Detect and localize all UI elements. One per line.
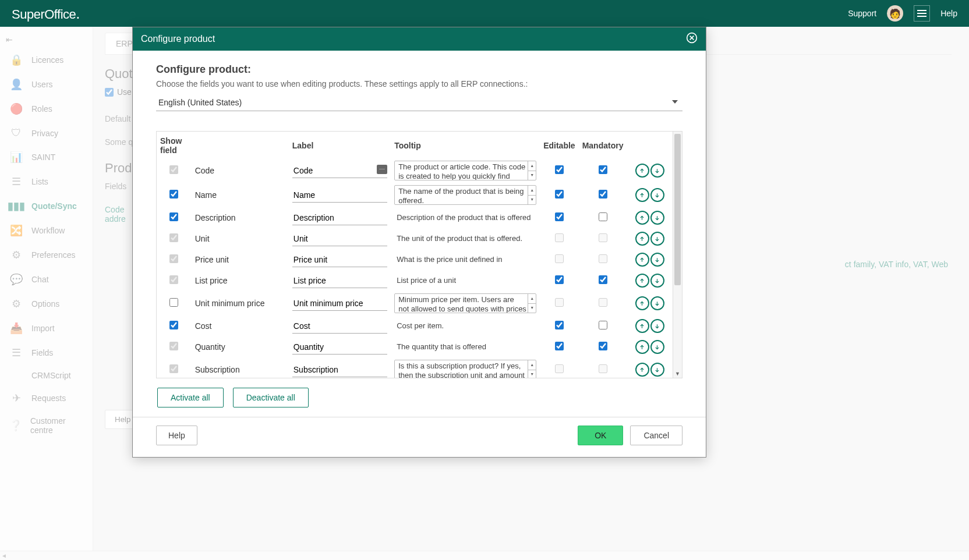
cancel-button[interactable]: Cancel	[630, 426, 682, 445]
field-row: List priceList price of a unit	[157, 270, 673, 291]
topbar: SuperOffice. Support 🧑 Help	[0, 0, 969, 27]
label-input[interactable]	[292, 296, 387, 311]
editable-checkbox[interactable]	[555, 275, 564, 284]
editable-checkbox[interactable]	[555, 233, 564, 242]
editable-checkbox[interactable]	[555, 321, 564, 329]
move-down-button[interactable]	[650, 232, 664, 246]
show-checkbox[interactable]	[169, 165, 178, 174]
move-down-button[interactable]	[650, 253, 664, 267]
move-down-button[interactable]	[650, 164, 664, 178]
editable-checkbox[interactable]	[555, 254, 564, 263]
move-down-button[interactable]	[650, 363, 664, 377]
show-checkbox[interactable]	[169, 212, 178, 221]
avatar[interactable]: 🧑	[887, 5, 903, 22]
editable-checkbox[interactable]	[555, 298, 564, 307]
move-down-button[interactable]	[650, 274, 664, 288]
modal-help-button[interactable]: Help	[156, 426, 197, 445]
field-row: DescriptionDescription of the product th…	[157, 207, 673, 228]
close-icon[interactable]	[686, 32, 698, 46]
col-show: Show field	[157, 132, 192, 158]
activate-all-button[interactable]: Activate all	[157, 388, 224, 407]
tooltip-textarea[interactable]: Minimum price per item. Users are not al…	[394, 293, 536, 313]
field-row: Code⋯The product or article code. This c…	[157, 158, 673, 183]
move-down-button[interactable]	[650, 211, 664, 225]
modal-title: Configure product	[141, 34, 215, 44]
mandatory-checkbox[interactable]	[599, 321, 607, 329]
deactivate-all-button[interactable]: Deactivate all	[233, 388, 309, 407]
move-up-button[interactable]	[635, 319, 649, 333]
grid-scrollbar[interactable]: ▼	[673, 132, 682, 378]
move-up-button[interactable]	[635, 363, 649, 377]
support-link[interactable]: Support	[848, 9, 876, 18]
show-checkbox[interactable]	[169, 321, 178, 329]
label-input[interactable]	[292, 274, 387, 288]
mandatory-checkbox[interactable]	[599, 254, 607, 263]
move-down-button[interactable]	[650, 296, 664, 310]
show-checkbox[interactable]	[169, 342, 178, 350]
show-checkbox[interactable]	[169, 254, 178, 263]
label-input[interactable]	[292, 319, 387, 334]
tooltip-text: List price of a unit	[394, 275, 536, 287]
editable-checkbox[interactable]	[555, 212, 564, 221]
move-up-button[interactable]	[635, 340, 649, 354]
field-name: Description	[192, 207, 289, 228]
field-row: NameThe name of the product that is bein…	[157, 183, 673, 207]
tooltip-text: The quantity that is offered	[394, 341, 536, 353]
mandatory-checkbox[interactable]	[599, 212, 607, 221]
field-name: Subscription	[192, 357, 289, 378]
tooltip-textarea[interactable]: The product or article code. This code i…	[394, 161, 536, 180]
show-checkbox[interactable]	[169, 233, 178, 242]
ellipsis-icon[interactable]: ⋯	[377, 165, 387, 174]
mandatory-checkbox[interactable]	[599, 342, 607, 350]
mandatory-checkbox[interactable]	[599, 165, 607, 174]
editable-checkbox[interactable]	[555, 190, 564, 199]
field-name: Cost	[192, 316, 289, 336]
move-up-button[interactable]	[635, 253, 649, 267]
mandatory-checkbox[interactable]	[599, 364, 607, 373]
tooltip-text: What is the price unit defined in	[394, 254, 536, 266]
modal-titlebar: Configure product	[133, 27, 706, 51]
configure-product-modal: Configure product Configure product: Cho…	[132, 27, 706, 458]
language-select[interactable]	[156, 94, 682, 111]
label-input[interactable]	[292, 188, 387, 203]
tooltip-textarea[interactable]: Is this a subscription product? If yes, …	[394, 360, 536, 378]
editable-checkbox[interactable]	[555, 364, 564, 373]
field-row: SubscriptionIs this a subscription produ…	[157, 357, 673, 378]
move-up-button[interactable]	[635, 164, 649, 178]
ok-button[interactable]: OK	[578, 426, 623, 445]
move-down-button[interactable]	[650, 340, 664, 354]
label-input[interactable]	[292, 253, 387, 267]
field-row: UnitThe unit of the product that is offe…	[157, 228, 673, 249]
field-name: Price unit	[192, 249, 289, 270]
show-checkbox[interactable]	[169, 190, 178, 199]
field-row: QuantityThe quantity that is offered	[157, 336, 673, 357]
mandatory-checkbox[interactable]	[599, 275, 607, 284]
show-checkbox[interactable]	[169, 298, 178, 307]
mandatory-checkbox[interactable]	[599, 298, 607, 307]
tooltip-text: The unit of the product that is offered.	[394, 233, 536, 245]
label-input[interactable]	[292, 164, 387, 178]
label-input[interactable]	[292, 211, 387, 225]
show-checkbox[interactable]	[169, 275, 178, 284]
editable-checkbox[interactable]	[555, 165, 564, 174]
move-down-button[interactable]	[650, 188, 664, 202]
label-input[interactable]	[292, 340, 387, 355]
tooltip-text: Cost per item.	[394, 320, 536, 332]
move-up-button[interactable]	[635, 296, 649, 310]
move-up-button[interactable]	[635, 232, 649, 246]
field-row: Price unitWhat is the price unit defined…	[157, 249, 673, 270]
label-input[interactable]	[292, 363, 387, 377]
help-link[interactable]: Help	[940, 9, 957, 18]
editable-checkbox[interactable]	[555, 342, 564, 350]
move-up-button[interactable]	[635, 274, 649, 288]
move-up-button[interactable]	[635, 211, 649, 225]
move-up-button[interactable]	[635, 188, 649, 202]
label-input[interactable]	[292, 232, 387, 246]
move-down-button[interactable]	[650, 319, 664, 333]
modal-heading: Configure product:	[156, 63, 682, 76]
mandatory-checkbox[interactable]	[599, 190, 607, 199]
show-checkbox[interactable]	[169, 364, 178, 373]
hamburger-icon[interactable]	[914, 5, 930, 22]
mandatory-checkbox[interactable]	[599, 233, 607, 242]
tooltip-textarea[interactable]: The name of the product that is being of…	[394, 185, 536, 205]
